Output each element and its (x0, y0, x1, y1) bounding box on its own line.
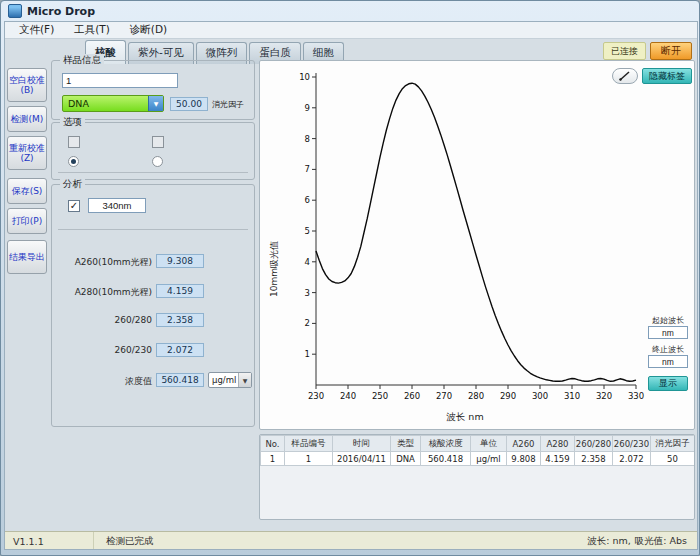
svg-text:280: 280 (468, 391, 484, 401)
spectrum-chart: 2302402502602702802903003103203301234567… (284, 69, 646, 407)
col-260-230: 260/230 (613, 436, 651, 452)
sample-info-group: 样品信息 DNA ▼ 50.00 消光因子 (51, 60, 255, 120)
extinction-factor-field[interactable]: 50.00 (170, 97, 208, 111)
svg-text:270: 270 (436, 391, 452, 401)
results-table: No. 样品编号 时间 类型 核酸浓度 单位 A260 A280 260/280… (260, 435, 695, 466)
svg-text:10: 10 (299, 72, 310, 82)
titlebar[interactable]: Micro Drop (1, 1, 699, 21)
svg-text:230: 230 (308, 391, 324, 401)
cell-extinction: 50 (651, 452, 695, 466)
start-wavelength-label: 起始波长 (644, 315, 692, 326)
hide-labels-button[interactable]: 隐藏标签 (642, 68, 692, 84)
col-type: 类型 (391, 436, 421, 452)
svg-text:6: 6 (305, 195, 310, 205)
svg-text:310: 310 (564, 391, 580, 401)
col-unit: 单位 (471, 436, 507, 452)
options-group-label: 选项 (60, 116, 85, 129)
cell-type: DNA (391, 452, 421, 466)
wavelength-input[interactable] (88, 198, 146, 213)
end-wavelength-label: 终止波长 (644, 344, 692, 355)
svg-text:3: 3 (305, 288, 310, 298)
ratio-260-230-label: 260/230 (58, 345, 152, 355)
svg-text:250: 250 (372, 391, 388, 401)
svg-text:7: 7 (305, 164, 310, 174)
concentration-label: 浓度值 (58, 375, 152, 388)
option-checkbox-1[interactable] (68, 136, 80, 148)
menu-diagnostics[interactable]: 诊断(D) (120, 22, 177, 38)
spectrum-panel: 隐藏标签 10mm吸光值 230240250260270280290300310… (259, 60, 695, 430)
svg-text:320: 320 (596, 391, 612, 401)
statusbar: V1.1.1 检测已完成 波长: nm, 吸光值: Abs (5, 531, 697, 550)
check-icon: ✓ (70, 200, 78, 211)
col-extinction: 消光因子 (651, 436, 695, 452)
show-button[interactable]: 显示 (648, 376, 688, 391)
a260-value-field: 9.308 (156, 254, 204, 268)
recalibrate-button[interactable]: 重新校准(Z) (7, 136, 47, 170)
disconnect-button[interactable]: 断开 (650, 42, 692, 60)
svg-text:9: 9 (305, 103, 310, 113)
wavelength-checkbox[interactable]: ✓ (68, 200, 80, 212)
unit-select[interactable]: μg/ml ▼ (208, 372, 252, 388)
cell-260-230: 2.072 (613, 452, 651, 466)
analysis-group: 分析 ✓ A260(10mm光程) 9.308 A280(10mm光程) 4.1… (51, 184, 255, 427)
menu-tools[interactable]: 工具(T) (64, 22, 120, 38)
menu-file[interactable]: 文件(F) (9, 22, 64, 38)
option-checkbox-2[interactable] (152, 136, 164, 148)
cell-time: 2016/04/11 (333, 452, 391, 466)
col-concentration: 核酸浓度 (421, 436, 471, 452)
sample-type-value: DNA (63, 96, 148, 111)
analysis-group-label: 分析 (60, 178, 85, 191)
option-radio-2[interactable] (152, 156, 163, 167)
col-a280: A280 (541, 436, 575, 452)
measure-button[interactable]: 检测(M) (7, 106, 47, 132)
a260-label: A260(10mm光程) (58, 256, 152, 269)
y-axis-title: 10mm吸光值 (268, 241, 281, 297)
unit-value: μg/ml (209, 373, 238, 387)
ratio-260-280-label: 260/280 (58, 315, 152, 325)
status-message: 检测已完成 (94, 535, 587, 548)
svg-text:260: 260 (404, 391, 420, 401)
svg-text:290: 290 (500, 391, 516, 401)
cell-a260: 9.808 (507, 452, 541, 466)
window-title: Micro Drop (27, 5, 95, 18)
sample-id-input[interactable] (62, 73, 178, 88)
chevron-down-icon[interactable]: ▼ (148, 96, 163, 111)
connection-status-badge: 已连接 (603, 42, 646, 60)
version-label: V1.1.1 (5, 532, 94, 550)
concentration-value-field: 560.418 (156, 373, 204, 387)
options-group: 选项 (51, 122, 255, 180)
chevron-down-icon[interactable]: ▼ (238, 373, 251, 387)
col-time: 时间 (333, 436, 391, 452)
absorbance-readout: 吸光值: Abs (635, 535, 697, 548)
cell-unit: μg/ml (471, 452, 507, 466)
a280-label: A280(10mm光程) (58, 286, 152, 299)
start-wavelength-input[interactable] (648, 326, 688, 339)
cell-260-280: 2.358 (575, 452, 613, 466)
analysis-separator (58, 229, 248, 230)
cell-sample-id: 1 (285, 452, 333, 466)
svg-text:2: 2 (305, 318, 310, 328)
options-separator (58, 172, 248, 173)
ratio-260-230-field: 2.072 (156, 343, 204, 357)
svg-text:240: 240 (340, 391, 356, 401)
cell-a280: 4.159 (541, 452, 575, 466)
cell-concentration: 560.418 (421, 452, 471, 466)
sample-type-select[interactable]: DNA ▼ (62, 95, 164, 112)
option-radio-1[interactable] (68, 156, 79, 167)
export-results-button[interactable]: 结果导出 (7, 240, 47, 274)
wavelength-readout: 波长: nm, (587, 535, 635, 548)
table-row[interactable]: 1 1 2016/04/11 DNA 560.418 μg/ml 9.808 4… (261, 452, 695, 466)
app-icon (8, 4, 22, 18)
end-wavelength-input[interactable] (648, 355, 688, 368)
save-button[interactable]: 保存(S) (7, 178, 47, 204)
svg-text:300: 300 (532, 391, 548, 401)
svg-text:1: 1 (305, 349, 310, 359)
app-window: Micro Drop 文件(F) 工具(T) 诊断(D) 核酸 紫外-可见 微阵… (0, 0, 700, 556)
blank-calibrate-button[interactable]: 空白校准(B) (7, 68, 47, 102)
sample-info-group-label: 样品信息 (60, 54, 104, 67)
extinction-factor-label: 消光因子 (212, 99, 244, 110)
print-button[interactable]: 打印(P) (7, 208, 47, 234)
svg-text:4: 4 (305, 257, 310, 267)
svg-text:8: 8 (305, 134, 310, 144)
a280-value-field: 4.159 (156, 284, 204, 298)
